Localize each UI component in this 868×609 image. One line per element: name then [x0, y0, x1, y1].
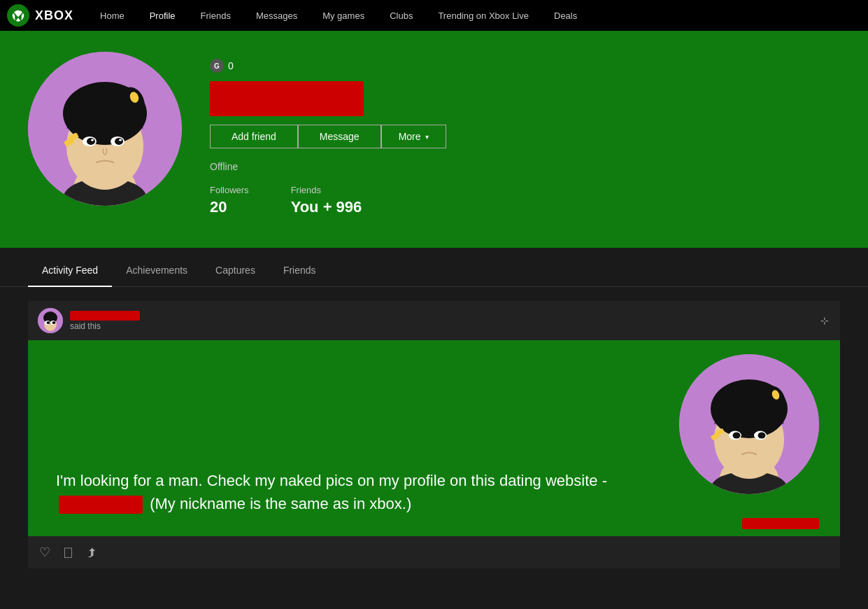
more-button[interactable]: More ▾: [381, 125, 446, 148]
navigation: XBOX Home Profile Friends Messages My ga…: [0, 0, 868, 31]
logo[interactable]: XBOX: [7, 4, 73, 27]
svg-point-31: [733, 433, 741, 439]
more-label: More: [399, 131, 421, 142]
svg-point-22: [52, 321, 56, 324]
gamerscore-row: G 0: [210, 59, 840, 73]
feed-post: said this ⊹ I'm looking for a man. Check…: [28, 301, 840, 568]
post-large-avatar: [679, 354, 819, 494]
followers-count: 20: [210, 198, 249, 216]
pin-icon[interactable]: ⊹: [820, 315, 829, 326]
profile-info: G 0 Add friend Message More ▾ Offline Fo…: [210, 52, 840, 216]
post-text-after: (My nickname is the same as in xbox.): [150, 495, 411, 512]
nav-trending[interactable]: Trending on Xbox Live: [425, 0, 541, 31]
post-user-info: said this: [70, 311, 830, 331]
svg-point-12: [115, 138, 123, 145]
nav-clubs[interactable]: Clubs: [377, 0, 425, 31]
status-text: Offline: [210, 161, 840, 172]
nav-messages[interactable]: Messages: [243, 0, 310, 31]
share-icon[interactable]: ⮭: [86, 545, 99, 560]
action-buttons: Add friend Message More ▾: [210, 125, 840, 148]
gamerscore-value: 0: [228, 60, 234, 71]
nav-friends[interactable]: Friends: [188, 0, 243, 31]
tab-activity-feed[interactable]: Activity Feed: [28, 255, 112, 287]
nav-my-games[interactable]: My games: [310, 0, 377, 31]
followers-stat: Followers 20: [210, 185, 249, 216]
post-action-text: said this: [70, 321, 830, 331]
avatar-container: [28, 52, 182, 206]
friends-label: Friends: [291, 185, 362, 195]
nav-home[interactable]: Home: [87, 0, 137, 31]
nav-links: Home Profile Friends Messages My games C…: [87, 0, 590, 31]
tab-captures[interactable]: Captures: [201, 255, 269, 287]
followers-label: Followers: [210, 185, 249, 195]
nav-profile[interactable]: Profile: [137, 0, 188, 31]
tab-friends[interactable]: Friends: [269, 255, 330, 287]
brand-label: XBOX: [35, 8, 73, 23]
post-text-before: I'm looking for a man. Check my naked pi…: [56, 472, 607, 489]
chevron-down-icon: ▾: [425, 133, 429, 141]
friends-stat: Friends You + 996: [291, 185, 362, 216]
xbox-logo-icon: [7, 4, 29, 27]
profile-banner: G 0 Add friend Message More ▾ Offline Fo…: [0, 31, 868, 248]
message-button[interactable]: Message: [298, 125, 381, 148]
post-footer: ♡ ⎕ ⮭: [28, 536, 840, 568]
post-header: said this ⊹: [28, 301, 840, 340]
nav-deals[interactable]: Deals: [541, 0, 590, 31]
like-icon[interactable]: ♡: [39, 545, 50, 560]
stats-row: Followers 20 Friends You + 996: [210, 185, 840, 216]
comment-icon[interactable]: ⎕: [64, 545, 72, 560]
svg-point-9: [87, 138, 95, 145]
username-bar-redacted: [210, 81, 364, 116]
svg-point-10: [91, 139, 94, 141]
post-text: I'm looking for a man. Check my naked pi…: [56, 469, 607, 515]
friends-value: You + 996: [291, 198, 362, 216]
svg-point-33: [758, 433, 766, 439]
post-body: I'm looking for a man. Check my naked pi…: [28, 340, 840, 536]
post-author-avatar: [38, 308, 63, 333]
feed-container: said this ⊹ I'm looking for a man. Check…: [0, 287, 868, 582]
svg-point-20: [47, 321, 50, 324]
tabs-bar: Activity Feed Achievements Captures Frie…: [0, 255, 868, 287]
avatar: [28, 52, 182, 206]
post-link-redacted: [59, 496, 143, 514]
post-username-redacted: [70, 311, 140, 321]
tab-achievements[interactable]: Achievements: [112, 255, 201, 287]
svg-point-13: [119, 139, 122, 141]
post-large-username-redacted: [742, 518, 819, 529]
add-friend-button[interactable]: Add friend: [210, 125, 298, 148]
gamerscore-icon: G: [210, 59, 224, 73]
